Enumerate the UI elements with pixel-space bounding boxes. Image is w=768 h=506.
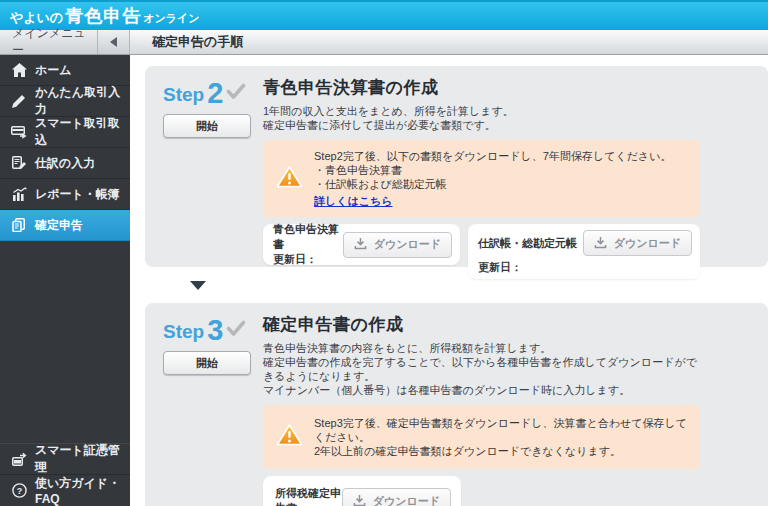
download-icon: [354, 237, 367, 252]
step2-main: 青色申告決算書の作成 1年間の収入と支出をまとめ、所得を計算します。 確定申告書…: [263, 74, 700, 267]
download-card-ledgers: 仕訳帳・総勘定元帳 ダウンロード 更新日：: [468, 224, 700, 279]
notice-line: Step3完了後、確定申告書類をダウンロードし、決算書と合わせて保存してください…: [314, 416, 688, 444]
description-line: 確定申告書に添付して提出が必要な書類です。: [263, 118, 700, 132]
download-card-tax-returns: 所得税確定申告書 ダウンロード 消費税確定申告書: [263, 476, 461, 506]
step3-title: 確定申告書の作成: [263, 313, 700, 336]
download-button-financial-statement[interactable]: ダウンロード: [343, 232, 452, 258]
brand-suffix: オンライン: [143, 11, 199, 26]
download-row-income-tax: 所得税確定申告書 ダウンロード: [275, 486, 451, 506]
card-text: 青色申告決算書 更新日：: [273, 222, 343, 267]
description-line: 青色申告決算書の内容をもとに、所得税額を計算します。: [263, 341, 700, 355]
step2-step-column: Step 2 開始: [163, 74, 263, 267]
sidebar-item-help-faq[interactable]: ? 使い方ガイド・FAQ: [0, 475, 130, 506]
notice-line: 2年以上前の確定申告書類はダウンロードできなくなります。: [314, 444, 688, 458]
download-button-label: ダウンロード: [373, 494, 440, 506]
help-icon: ?: [11, 483, 27, 498]
top-brand-bar: やよいの 青色申告 オンライン: [0, 0, 768, 30]
check-icon: [226, 83, 246, 104]
download-button-label: ダウンロード: [374, 237, 441, 252]
details-link[interactable]: 詳しくはこちら: [314, 195, 393, 207]
sidebar-bottom-nav: スマート証憑管理 ? 使い方ガイド・FAQ: [0, 443, 130, 506]
sidebar-item-label: 確定申告: [35, 217, 83, 234]
sidebar-item-label: 仕訳の入力: [35, 155, 95, 172]
download-icon: [594, 236, 607, 251]
sidebar-item-label: かんたん取引入力: [35, 84, 130, 118]
sidebar-collapse-button[interactable]: [98, 30, 130, 54]
warning-icon: [276, 165, 303, 193]
description-line: マイナンバー（個人番号）は各種申告書のダウンロード時に入力します。: [263, 383, 700, 397]
download-button-label: ダウンロード: [614, 236, 681, 251]
journal-icon: [11, 156, 27, 171]
home-icon: [11, 63, 27, 78]
card-title: 所得税確定申告書: [275, 486, 342, 506]
updated-date-label: 更新日：: [273, 252, 343, 267]
sidebar-item-label: レポート・帳簿: [35, 186, 120, 203]
sidebar-item-label: スマート証憑管理: [35, 442, 130, 476]
sidebar-item-easy-entry[interactable]: かんたん取引入力: [0, 86, 130, 117]
sidebar: ホーム かんたん取引入力 スマート取引取込 仕訳の入力: [0, 55, 130, 506]
step3-download-cards: 所得税確定申告書 ダウンロード 消費税確定申告書: [263, 476, 700, 506]
evidence-icon: [11, 452, 27, 467]
updated-date-label: 更新日：: [478, 260, 692, 275]
page-title: 確定申告の手順: [152, 33, 243, 51]
main-content: Step 2 開始 青色申告決算書の作成 1年間の収入と支出をまとめ、所得を計算…: [130, 55, 768, 506]
description-line: 確定申告書の作成を完了することで、以下から各種申告書を作成してダウンロードができ…: [263, 355, 700, 383]
notice-line: Step2完了後、以下の書類をダウンロードし、7年間保存してください。: [314, 149, 671, 163]
app-window: やよいの 青色申告 オンライン メインメニュー 確定申告の手順 ホーム: [0, 0, 768, 506]
sidebar-item-reports[interactable]: レポート・帳簿: [0, 179, 130, 210]
step2-notice-text: Step2完了後、以下の書類をダウンロードし、7年間保存してください。 ・青色申…: [314, 149, 671, 209]
step3-step-column: Step 3 開始: [163, 311, 263, 506]
notice-line: ・仕訳帳および総勘定元帳: [314, 177, 671, 191]
sidebar-item-tax-return[interactable]: 確定申告: [0, 210, 130, 241]
download-button-income-tax[interactable]: ダウンロード: [342, 488, 451, 506]
card-row: 仕訳帳・総勘定元帳 ダウンロード: [478, 230, 692, 256]
pencil-icon: [11, 94, 27, 109]
chevron-left-icon: [110, 37, 117, 47]
svg-text:?: ?: [16, 486, 22, 496]
warning-icon: [276, 423, 303, 451]
step3-panel: Step 3 開始 確定申告書の作成 青色申告決算書の内容をもとに、所得税額を計…: [145, 303, 768, 506]
step-word: Step: [163, 82, 204, 108]
sidebar-item-label: ホーム: [35, 62, 72, 79]
sidebar-item-label: 使い方ガイド・FAQ: [35, 475, 130, 506]
download-icon: [353, 494, 366, 506]
step2-panel: Step 2 開始 青色申告決算書の作成 1年間の収入と支出をまとめ、所得を計算…: [145, 66, 768, 267]
step2-title: 青色申告決算書の作成: [263, 76, 700, 99]
sidebar-item-smart-import[interactable]: スマート取引取込: [0, 117, 130, 148]
notice-line: ・青色申告決算書: [314, 163, 671, 177]
sidebar-item-journal-entry[interactable]: 仕訳の入力: [0, 148, 130, 179]
tax-return-icon: [11, 218, 27, 233]
breadcrumb: 確定申告の手順: [130, 30, 243, 54]
card-title: 青色申告決算書: [273, 222, 343, 252]
sidebar-nav: ホーム かんたん取引入力 スマート取引取込 仕訳の入力: [0, 55, 130, 241]
download-button-ledgers[interactable]: ダウンロード: [583, 230, 692, 256]
step2-description: 1年間の収入と支出をまとめ、所得を計算します。 確定申告書に添付して提出が必要な…: [263, 104, 700, 132]
report-icon: [11, 187, 27, 202]
sub-header-bar: メインメニュー 確定申告の手順: [0, 30, 768, 55]
step3-main: 確定申告書の作成 青色申告決算書の内容をもとに、所得税額を計算します。 確定申告…: [263, 311, 700, 506]
step-word: Step: [163, 319, 204, 345]
step3-label: Step 3: [163, 315, 263, 345]
step2-notice: Step2完了後、以下の書類をダウンロードし、7年間保存してください。 ・青色申…: [263, 140, 700, 217]
step-number: 3: [207, 315, 223, 345]
download-card-financial-statement: 青色申告決算書 更新日： ダウンロード: [263, 224, 460, 265]
sidebar-item-label: スマート取引取込: [35, 115, 130, 149]
step3-notice: Step3完了後、確定申告書類をダウンロードし、決算書と合わせて保存してください…: [263, 405, 700, 469]
step3-description: 青色申告決算書の内容をもとに、所得税額を計算します。 確定申告書の作成を完了する…: [263, 341, 700, 397]
step-number: 2: [207, 78, 223, 108]
sidebar-item-home[interactable]: ホーム: [0, 55, 130, 86]
sidebar-item-evidence-mgmt[interactable]: スマート証憑管理: [0, 443, 130, 475]
step2-download-cards: 青色申告決算書 更新日： ダウンロード 仕訳帳・総勘定元帳: [263, 224, 700, 279]
arrow-down-icon: [190, 281, 206, 290]
step3-notice-text: Step3完了後、確定申告書類をダウンロードし、決算書と合わせて保存してください…: [314, 416, 688, 458]
main-menu-header: メインメニュー: [0, 30, 98, 54]
check-icon: [226, 320, 246, 341]
step2-label: Step 2: [163, 78, 263, 108]
card-title: 仕訳帳・総勘定元帳: [478, 236, 577, 251]
description-line: 1年間の収入と支出をまとめ、所得を計算します。: [263, 104, 700, 118]
main-menu-label: メインメニュー: [12, 25, 97, 59]
import-icon: [11, 125, 27, 140]
step2-start-button[interactable]: 開始: [163, 114, 251, 138]
step3-start-button[interactable]: 開始: [163, 351, 251, 375]
